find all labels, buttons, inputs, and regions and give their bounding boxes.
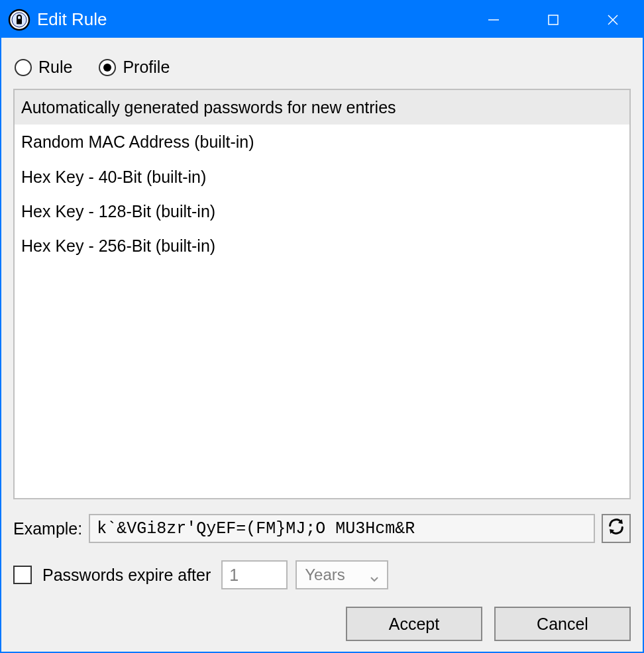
- expire-row: Passwords expire after Years: [13, 560, 631, 589]
- radio-profile[interactable]: Profile: [99, 58, 170, 77]
- app-lock-icon: [8, 9, 30, 31]
- minimize-button[interactable]: [464, 1, 523, 38]
- radio-label: Profile: [123, 58, 170, 77]
- titlebar: Edit Rule: [1, 1, 643, 38]
- chevron-down-icon: [370, 570, 380, 580]
- list-item-label: Hex Key - 256-Bit (built-in): [21, 236, 215, 255]
- expire-count-input[interactable]: [221, 560, 288, 589]
- list-item-label: Automatically generated passwords for ne…: [21, 98, 396, 117]
- example-output[interactable]: [89, 514, 595, 543]
- expire-checkbox[interactable]: [13, 566, 32, 584]
- profile-listbox[interactable]: Automatically generated passwords for ne…: [13, 89, 631, 499]
- list-item[interactable]: Hex Key - 40-Bit (built-in): [15, 160, 629, 194]
- radio-rule[interactable]: Rule: [15, 58, 72, 77]
- mode-radio-row: Rule Profile: [15, 58, 631, 77]
- radio-icon: [99, 59, 116, 76]
- expire-label: Passwords expire after: [42, 566, 211, 585]
- svg-rect-2: [17, 19, 22, 24]
- list-item-label: Random MAC Address (built-in): [21, 132, 254, 151]
- button-label: Cancel: [537, 615, 588, 634]
- select-value: Years: [305, 566, 345, 584]
- example-row: Example:: [13, 514, 631, 543]
- example-label: Example:: [13, 519, 82, 538]
- refresh-icon: [607, 517, 625, 540]
- window-title: Edit Rule: [37, 9, 107, 30]
- edit-rule-dialog: Edit Rule Rule Profile Automatically ge: [0, 0, 644, 653]
- dialog-content: Rule Profile Automatically generated pas…: [1, 38, 643, 652]
- accept-button[interactable]: Accept: [346, 607, 482, 641]
- svg-rect-4: [549, 15, 558, 25]
- close-button[interactable]: [583, 1, 643, 38]
- list-item-label: Hex Key - 128-Bit (built-in): [21, 202, 215, 221]
- list-item[interactable]: Hex Key - 128-Bit (built-in): [15, 194, 629, 228]
- expire-unit-select[interactable]: Years: [295, 560, 388, 589]
- maximize-button[interactable]: [523, 1, 583, 38]
- list-item-label: Hex Key - 40-Bit (built-in): [21, 168, 206, 186]
- list-item[interactable]: Hex Key - 256-Bit (built-in): [15, 228, 629, 263]
- list-item[interactable]: Automatically generated passwords for ne…: [15, 90, 629, 125]
- button-label: Accept: [389, 615, 439, 634]
- radio-label: Rule: [38, 58, 72, 77]
- refresh-button[interactable]: [602, 514, 631, 543]
- cancel-button[interactable]: Cancel: [494, 607, 631, 641]
- list-item[interactable]: Random MAC Address (built-in): [15, 125, 629, 159]
- radio-icon: [15, 59, 32, 76]
- dialog-button-row: Accept Cancel: [13, 607, 631, 641]
